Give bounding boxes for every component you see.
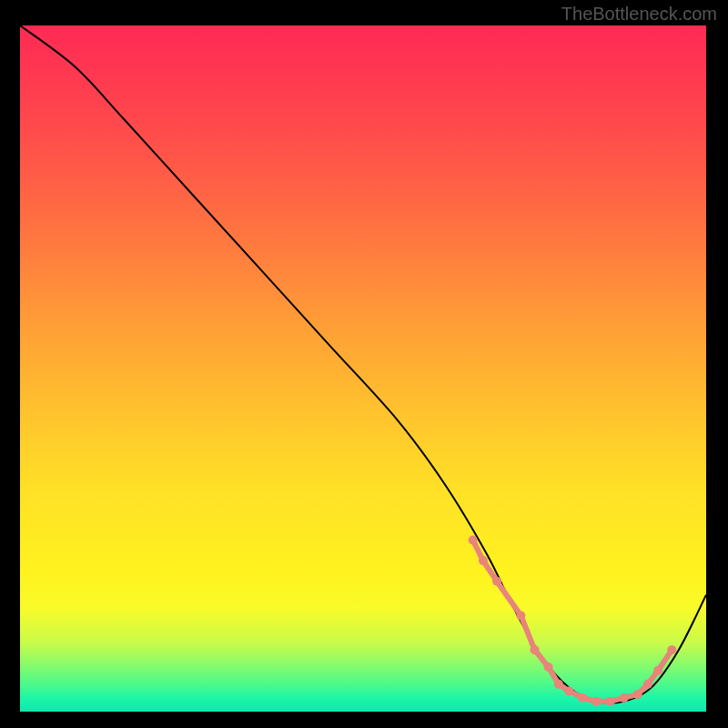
highlight-segment (473, 541, 672, 702)
highlight-marker (620, 693, 629, 703)
highlight-marker (578, 693, 587, 703)
highlight-marker (469, 536, 478, 545)
highlight-marker (667, 645, 676, 654)
watermark-text: TheBottleneck.com (561, 4, 717, 25)
plot-area (20, 25, 706, 712)
highlight-marker (492, 577, 501, 586)
highlight-marker (531, 645, 540, 654)
highlight-marker (479, 556, 488, 565)
highlight-marker (643, 680, 652, 689)
highlight-marker (544, 662, 553, 672)
chart-container: TheBottleneck.com (0, 0, 728, 728)
highlight-markers (469, 536, 677, 706)
highlight-marker (564, 686, 573, 695)
highlight-marker (653, 666, 662, 675)
highlight-marker (605, 697, 614, 706)
highlight-marker (554, 680, 563, 689)
highlight-marker (516, 611, 525, 620)
curve-svg (20, 25, 706, 712)
highlight-marker (592, 697, 601, 706)
bottleneck-curve-line (20, 25, 706, 703)
highlight-marker (633, 690, 642, 699)
